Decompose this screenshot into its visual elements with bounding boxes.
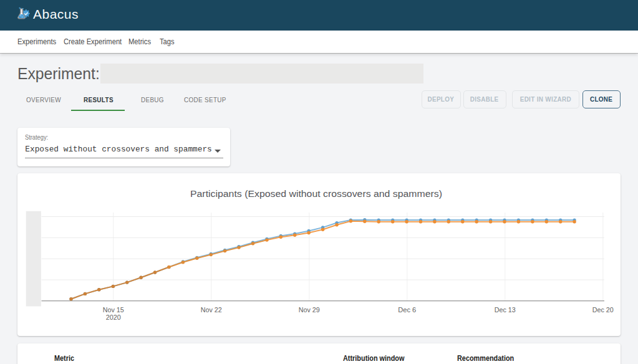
svg-text:2020: 2020 [106, 314, 121, 321]
svg-text:Nov 29: Nov 29 [299, 306, 320, 314]
svg-text:Nov 22: Nov 22 [201, 306, 222, 314]
svg-text:Dec 20: Dec 20 [592, 306, 614, 314]
svg-text:Dec 6: Dec 6 [398, 306, 416, 314]
svg-text:Participants (Exposed without: Participants (Exposed without crossovers… [190, 189, 442, 199]
svg-text:Nov 15: Nov 15 [103, 306, 124, 314]
svg-text:Dec 13: Dec 13 [495, 306, 516, 314]
